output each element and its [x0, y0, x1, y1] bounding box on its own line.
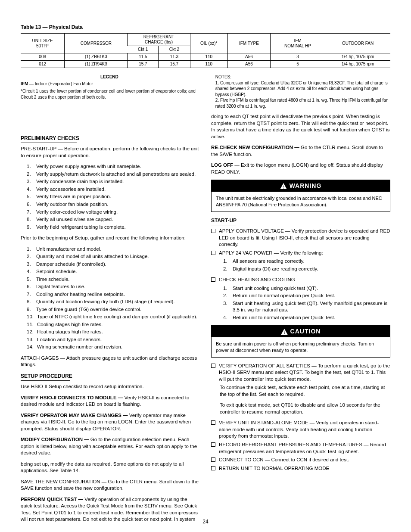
- section-startup: START-UP: [211, 217, 390, 224]
- col-oil: OIL (oz)*: [190, 34, 227, 53]
- footnote: *Circuit 1 uses the lower portion of con…: [21, 88, 198, 100]
- list-item: 2.Digital inputs (DI) are reading correc…: [223, 266, 390, 273]
- section-setup: SETUP PROCEDURE: [21, 373, 200, 380]
- list-item: 2.Quantity and model of all units attach…: [27, 253, 200, 260]
- setup-p2: VERIFY HSIO-II CONNECTS TO MODULE — Veri…: [21, 395, 200, 408]
- page-number: 24: [0, 518, 411, 525]
- prelim-p1: PRE-START-UP — Before unit operation, pe…: [21, 146, 200, 159]
- section-preliminary: PRELIMINARY CHECKS: [21, 135, 200, 142]
- check-item: RECORD REFRIGERANT PRESSURES AND TEMPERA…: [211, 442, 390, 455]
- list-item: 1.Start unit cooling using quick test (Q…: [223, 285, 390, 292]
- check-item: APPLY 24 VAC POWER — Verify the followin…: [211, 250, 390, 257]
- cell: 15.7: [128, 61, 159, 68]
- prelim-p2: Prior to the beginning of Setup, gather …: [21, 235, 200, 242]
- col-ckt2: Ckt 2: [159, 46, 190, 53]
- legend-abbr: IFM: [21, 81, 28, 86]
- list-item: 6.Digital features to use.: [27, 283, 200, 290]
- list-item: 12.Heating stages high fire rates.: [27, 329, 200, 336]
- table-row: 008 (1) ZR61K3 11.5 11.3 110 A56 3 1/4 h…: [21, 53, 390, 61]
- col-ifm-type: IFM TYPE: [227, 34, 270, 53]
- cell: A56: [227, 61, 270, 68]
- cell: A56: [227, 53, 270, 61]
- caution-text: Be sure unit main power is off when perf…: [212, 337, 390, 357]
- check-item: CHECK HEATING AND COOLING: [211, 277, 390, 283]
- list-item: 4.Verify accessories are installed.: [27, 186, 200, 193]
- list-item: 7.Verify color-coded low voltage wiring.: [27, 209, 200, 216]
- col-ckt1: Ckt 1: [128, 46, 159, 53]
- list-item: 8.Quantity and location leaving dry bulb…: [27, 299, 200, 305]
- list-item: 8.Verify all unused wires are capped.: [27, 216, 200, 223]
- col-unit-size: UNIT SIZE 50TFF: [21, 34, 65, 53]
- warning-icon: [280, 183, 287, 189]
- list-item: 3.Damper schedule (if controlled).: [27, 261, 200, 268]
- legend-def: Indoor (Evaporator) Fan Motor: [35, 81, 93, 86]
- note-1: 1. Compressor oil type: Copeland Ultra 3…: [215, 80, 390, 98]
- check-item: VERIFY OPERATION OF ALL SAFETIES — To pe…: [211, 363, 390, 383]
- legend-label: LEGEND: [21, 74, 198, 80]
- col2-p5: LOG OFF — Exit to the logon menu (LOGN) …: [211, 162, 390, 175]
- list-item: 1.Verify power supply agrees with unit n…: [27, 163, 200, 170]
- list-item: 3.Start unit heating using quick test (Q…: [223, 300, 390, 314]
- check-item: CONNECT TO CCN — Connect to CCN if desir…: [211, 457, 390, 464]
- cell: 11.3: [159, 53, 190, 61]
- list-item: 14.Wiring schematic number and revision.: [27, 344, 200, 351]
- two-column-body: PRELIMINARY CHECKS PRE-START-UP — Before…: [21, 113, 390, 527]
- caution-label: CAUTION: [290, 327, 321, 336]
- post-p3: To exit quick test mode, set QT01 to dis…: [220, 402, 390, 415]
- warning-header: WARNING: [212, 180, 390, 192]
- table-title: Table 13 — Physical Data: [21, 24, 390, 31]
- caution-icon: [281, 329, 288, 335]
- check-item: APPLY CONTROL VOLTAGE — Verify protectio…: [211, 228, 390, 248]
- cell: 1/4 hp, 1075 rpm: [325, 53, 390, 61]
- prelim-list-2: 1.Unit manufacturer and model. 2.Quantit…: [27, 246, 200, 351]
- post-p2: To continue the quick test, activate eac…: [220, 384, 390, 398]
- list-item: 9.Verify field refrigerant tubing is com…: [27, 224, 200, 231]
- col2-p1: being set up, modify the data as require…: [21, 461, 200, 474]
- list-item: 1.Unit manufacturer and model.: [27, 246, 200, 253]
- col-refrig-charge: REFRIGERANT CHARGE (lbs): [128, 34, 190, 46]
- check-item: VERIFY UNIT IN STAND-ALONE MODE — Verify…: [211, 420, 390, 440]
- table-row: 012 (1) ZR94K3 15.7 15.7 110 A56 5 1/4 h…: [21, 61, 390, 68]
- list-item: 9.Type of time guard (TG) override devic…: [27, 306, 200, 313]
- list-item: 2.Verify supply/return ductwork is attac…: [27, 171, 200, 178]
- list-item: 1.All sensors are reading correctly.: [223, 258, 390, 265]
- physical-data-table: UNIT SIZE 50TFF COMPRESSOR REFRIGERANT C…: [21, 33, 390, 68]
- caution-header: CAUTION: [212, 326, 390, 337]
- cell: (1) ZR61K3: [65, 53, 128, 61]
- list-item: 4.Return unit to normal operation per Qu…: [223, 314, 390, 321]
- caution-box: CAUTION Be sure unit main power is off w…: [211, 325, 390, 358]
- warning-label: WARNING: [290, 182, 322, 190]
- setup-p4: MODIFY CONFIGURATION — Go to the configu…: [21, 436, 200, 457]
- prelim-list-1: 1.Verify power supply agrees with unit n…: [27, 163, 200, 230]
- list-item: 13.Location and type of sensors.: [27, 336, 200, 343]
- list-item: 11.Cooling stages high fire rates.: [27, 321, 200, 328]
- list-item: 5.Verify filters are in proper position.: [27, 193, 200, 200]
- list-item: 7.Cooling and/or heating redline setpoin…: [27, 291, 200, 298]
- cell: 110: [190, 61, 227, 68]
- col-ifm-hp: IFM NOMINAL HP: [270, 34, 325, 53]
- cell: 110: [190, 53, 227, 61]
- cell: 15.7: [159, 61, 190, 68]
- list-item: 4.Setpoint schedule.: [27, 268, 200, 275]
- cell: (1) ZR94K3: [65, 61, 128, 68]
- list-item: 3.Verify condensate drain trap is instal…: [27, 178, 200, 185]
- col2-p4: RE-CHECK NEW CONFIGURATION — Go to the C…: [211, 144, 390, 158]
- cell: 012: [21, 61, 65, 68]
- col2-p2: SAVE THE NEW CONFIGURATION — Go to the C…: [21, 479, 200, 492]
- warning-box: WARNING The unit must be electrically gr…: [211, 180, 390, 212]
- check-item: RETURN UNIT TO NORMAL OPERATING MODE: [211, 465, 390, 472]
- cell: 1/4 hp, 1075 rpm: [325, 61, 390, 68]
- list-item: 5.Time schedule.: [27, 276, 200, 283]
- cell: 008: [21, 53, 65, 61]
- cell: 3: [270, 53, 325, 61]
- warning-text: The unit must be electrically grounded i…: [212, 192, 390, 212]
- list-item: 10.Type of NTFC (night time free cooling…: [27, 314, 200, 320]
- prelim-p3: ATTACH GAGES — Attach pressure gages to …: [21, 355, 200, 368]
- col-compressor: COMPRESSOR: [65, 34, 128, 53]
- setup-p1: Use HSIO-II Setup checklist to record se…: [21, 383, 200, 390]
- notes-label: NOTES:: [215, 74, 390, 80]
- cell: 11.5: [128, 53, 159, 61]
- note-2: 2. Five Hp IFM is centrifugal fan rated …: [215, 97, 390, 109]
- list-item: 6.Verify outdoor fan blade position.: [27, 201, 200, 208]
- list-item: 2.Return unit to normal operation per Qu…: [223, 292, 390, 299]
